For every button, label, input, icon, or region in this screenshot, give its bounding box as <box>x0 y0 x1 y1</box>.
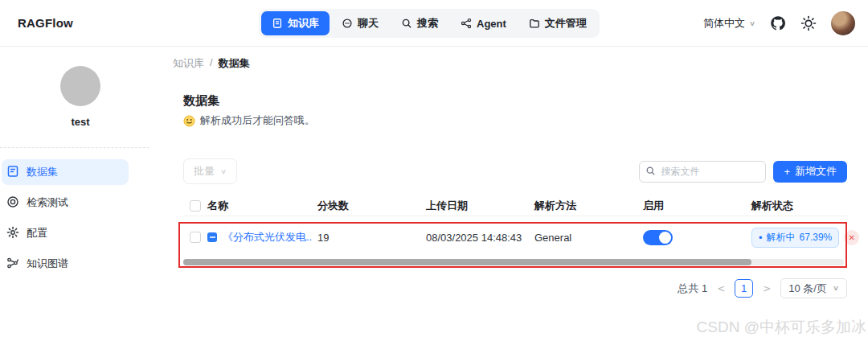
chunk-count-cell: 19 <box>317 232 426 244</box>
tab-chat[interactable]: 聊天 <box>331 11 389 35</box>
status-dot-icon: • <box>759 232 763 243</box>
upload-date-cell: 08/03/2025 14:48:43 <box>426 232 534 244</box>
tab-label: 知识库 <box>288 16 319 31</box>
breadcrumb-separator: / <box>210 56 213 71</box>
kb-avatar <box>60 66 100 106</box>
tab-label: 聊天 <box>358 16 379 31</box>
kb-sidebar: test 数据集 检索测试 配置 <box>0 47 161 341</box>
page-size-label: 10 条/页 <box>788 281 827 296</box>
tab-agent[interactable]: Agent <box>450 11 517 35</box>
dataset-icon <box>6 165 19 180</box>
toolbar-right: + 新增文件 <box>639 161 847 183</box>
column-header-parse-method: 解析方法 <box>534 199 643 213</box>
tab-label: Agent <box>477 18 506 30</box>
parse-method-cell: General <box>534 232 643 244</box>
plus-icon: + <box>784 166 790 178</box>
sidebar-item-label: 知识图谱 <box>27 257 68 271</box>
page-size-select[interactable]: 10 条/页 ∨ <box>780 278 847 298</box>
chevron-down-icon: ∨ <box>220 167 227 175</box>
row-checkbox[interactable] <box>190 232 201 243</box>
pagination: 总共 1 < 1 > 10 条/页 ∨ <box>678 278 847 298</box>
navbar-right: 简体中文 ∨ <box>703 0 855 47</box>
sidebar-item-retrieval-test[interactable]: 检索测试 <box>2 190 129 216</box>
top-navbar: RAGFlow 知识库 聊天 搜索 <box>0 0 868 47</box>
scrollbar-thumb[interactable] <box>183 259 751 265</box>
bulk-button[interactable]: 批量 ∨ <box>183 158 237 184</box>
sidebar-item-settings[interactable]: 配置 <box>2 220 129 246</box>
gear-icon <box>6 226 19 241</box>
sidebar-item-dataset[interactable]: 数据集 <box>2 159 129 185</box>
smiley-icon <box>183 115 195 127</box>
knowledge-graph-icon <box>6 257 19 272</box>
files-table: 名称 分块数 上传日期 解析方法 启用 解析状态 《分布式光伏发电... 19 … <box>183 195 847 258</box>
column-header-enabled: 启用 <box>643 199 751 213</box>
file-name-cell: 《分布式光伏发电... <box>207 230 317 244</box>
tab-file-manager[interactable]: 文件管理 <box>518 11 597 35</box>
breadcrumb: 知识库 / 数据集 <box>173 56 250 71</box>
main-nav-tabs: 知识库 聊天 搜索 Agent <box>259 9 600 38</box>
toolbar: 批量 ∨ + 新增文件 <box>183 158 847 184</box>
cancel-parsing-button[interactable]: ✕ <box>844 230 859 245</box>
page-subtitle-text: 解析成功后才能问答哦。 <box>200 113 315 128</box>
sidebar-divider <box>0 147 149 148</box>
tab-search[interactable]: 搜索 <box>391 11 448 35</box>
app-logo[interactable]: RAGFlow <box>18 16 73 30</box>
agent-icon <box>461 18 472 29</box>
page-subtitle: 解析成功后才能问答哦。 <box>183 113 315 128</box>
status-label: 解析中 <box>767 231 796 244</box>
column-header-name: 名称 <box>207 199 317 213</box>
file-name-link[interactable]: 《分布式光伏发电... <box>223 230 313 244</box>
tab-label: 搜索 <box>417 16 438 31</box>
tab-label: 文件管理 <box>545 16 587 31</box>
csdn-watermark: CSDN @中杯可乐多加冰 <box>697 317 866 338</box>
tab-knowledge-base[interactable]: 知识库 <box>261 11 330 35</box>
breadcrumb-current: 数据集 <box>219 56 250 71</box>
parsing-status-badge[interactable]: • 解析中 67.39% <box>751 228 839 248</box>
knowledge-base-icon <box>272 18 283 29</box>
toggle-knob <box>659 232 671 244</box>
theme-toggle-icon[interactable] <box>800 15 817 31</box>
pagination-total: 总共 1 <box>678 281 707 296</box>
sidebar-item-knowledge-graph[interactable]: 知识图谱 <box>2 251 129 277</box>
column-header-upload-date: 上传日期 <box>426 199 534 213</box>
column-header-parse-status: 解析状态 <box>751 199 847 213</box>
main-content: 知识库 / 数据集 数据集 解析成功后才能问答哦。 批量 ∨ <box>161 47 868 341</box>
column-header-chunks: 分块数 <box>317 199 426 213</box>
search-input[interactable] <box>639 161 766 183</box>
sidebar-item-label: 配置 <box>27 226 47 240</box>
breadcrumb-knowledge-base[interactable]: 知识库 <box>173 56 204 71</box>
prev-page-arrow[interactable]: < <box>717 283 725 294</box>
status-percent: 67.39% <box>800 232 833 243</box>
bulk-button-label: 批量 <box>194 164 215 179</box>
page-title: 数据集 <box>183 93 219 109</box>
chat-icon <box>342 18 353 29</box>
chevron-down-icon: ∨ <box>749 19 755 27</box>
chevron-down-icon: ∨ <box>833 284 839 292</box>
add-file-button-label: 新增文件 <box>795 164 837 179</box>
table-header-row: 名称 分块数 上传日期 解析方法 启用 解析状态 <box>183 195 847 216</box>
retrieval-test-icon <box>6 195 19 211</box>
horizontal-scrollbar[interactable] <box>183 259 844 265</box>
enabled-cell <box>643 230 751 245</box>
next-page-arrow[interactable]: > <box>763 283 771 294</box>
table-row: 《分布式光伏发电... 19 08/03/2025 14:48:43 Gener… <box>183 216 847 258</box>
ragflow-app: RAGFlow 知识库 聊天 搜索 <box>0 0 868 341</box>
sidebar-item-label: 检索测试 <box>27 195 68 210</box>
page-number-button[interactable]: 1 <box>735 279 753 298</box>
folder-icon <box>529 18 540 29</box>
language-selector[interactable]: 简体中文 ∨ <box>703 16 755 31</box>
user-avatar[interactable] <box>831 11 855 35</box>
file-search <box>639 161 766 183</box>
sidebar-item-label: 数据集 <box>27 165 58 179</box>
add-file-button[interactable]: + 新增文件 <box>773 161 847 183</box>
parse-status-cell: • 解析中 67.39% ✕ <box>751 228 847 248</box>
search-icon <box>401 18 412 29</box>
sidebar-menu: 数据集 检索测试 配置 知识图谱 <box>0 156 161 277</box>
select-all-checkbox[interactable] <box>190 200 201 212</box>
word-file-icon <box>207 232 217 242</box>
enable-toggle[interactable] <box>643 230 673 245</box>
language-label: 简体中文 <box>703 16 745 31</box>
kb-name: test <box>0 116 161 128</box>
github-icon[interactable] <box>770 15 786 31</box>
